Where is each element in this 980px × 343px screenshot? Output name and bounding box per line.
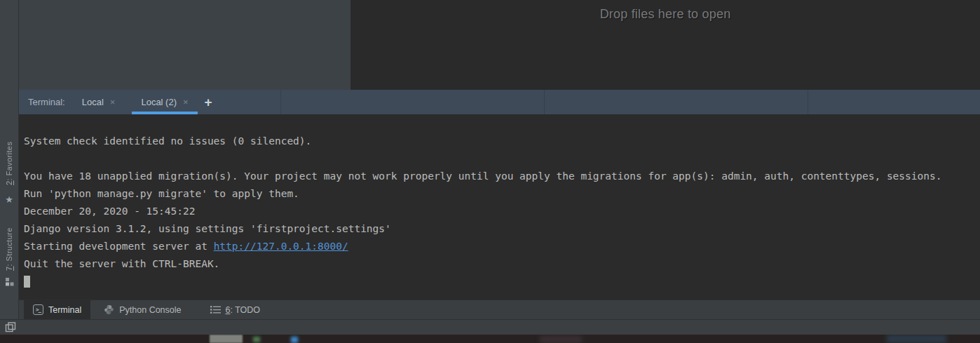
terminal-session-tabbar: Terminal: Local × Local (2) × + [19,90,980,114]
status-bar [0,319,980,335]
structure-icon[interactable] [0,277,18,286]
terminal-line: Django version 3.1.2, using settings 'fi… [24,220,980,238]
tab-todo-label: : TODO [230,305,260,315]
terminal-cursor [24,276,30,288]
taskbar-blur [210,335,243,343]
sidebar-item-favorites[interactable]: 2: Favorites [0,137,18,189]
terminal-line: Quit the server with CTRL-BREAK. [24,255,980,273]
toolwindow-switcher-icon[interactable] [5,322,16,332]
editor-empty-area[interactable]: Drop files here to open [351,0,980,90]
terminal-line: System check identified no issues (0 sil… [24,133,980,150]
session-tab-local-2[interactable]: Local (2) × [132,90,197,114]
taskbar-blur [887,335,946,343]
terminal-line [24,150,980,168]
structure-label: : Structure [5,227,13,266]
tabbar-separator [544,90,545,114]
favorites-star-icon[interactable]: ★ [0,195,18,205]
favorites-label: : Favorites [5,142,13,181]
todo-list-icon [210,305,221,314]
favorites-mnemonic: 2 [5,181,13,186]
top-left-panel [19,0,351,90]
structure-mnemonic: 7 [5,266,13,271]
taskbar-sliver [0,335,980,343]
tab-terminal-label: Terminal [48,305,81,315]
server-line-prefix: Starting development server at [24,241,214,252]
session-tab-label: Local (2) [141,97,177,107]
terminal-icon: >_ [33,304,43,315]
left-toolwindow-stripe: 2: Favorites ★ 7: Structure [0,0,19,319]
terminal-output[interactable]: System check identified no issues (0 sil… [19,114,980,300]
tabbar-separator [280,90,281,114]
structure-blocks-icon [5,277,14,286]
drop-files-hint: Drop files here to open [351,7,980,22]
pycharm-window: 2: Favorites ★ 7: Structure Drop files h… [0,0,980,343]
sidebar-item-structure[interactable]: 7: Structure [0,222,18,276]
close-icon[interactable]: × [110,97,116,107]
taskbar-blur [540,336,582,343]
new-session-plus-icon[interactable]: + [205,95,212,109]
tab-todo[interactable]: 6: TODO [201,300,270,319]
terminal-line: You have 18 unapplied migration(s). Your… [24,168,980,185]
taskbar-blur [291,337,298,343]
tabbar-separator [808,90,808,114]
terminal-line: December 20, 2020 - 15:45:22 [24,203,980,220]
python-icon [104,304,114,315]
taskbar-blur [253,337,260,342]
tab-terminal[interactable]: >_ Terminal [24,300,90,319]
terminal-tabbar-title: Terminal: [28,97,65,107]
server-url-link[interactable]: http://127.0.0.1:8000/ [214,241,348,252]
session-tab-label: Local [82,97,104,107]
terminal-line: Starting development server at http://12… [24,238,980,255]
tool-window-bar: >_ Terminal Python Console 6: TODO [19,300,980,319]
terminal-line: Run 'python manage.py migrate' to apply … [24,185,980,203]
session-tab-local[interactable]: Local × [73,90,125,114]
tab-python-console[interactable]: Python Console [95,300,190,319]
tab-python-console-label: Python Console [119,305,181,315]
close-icon[interactable]: × [183,97,189,107]
terminal-line [24,273,980,290]
